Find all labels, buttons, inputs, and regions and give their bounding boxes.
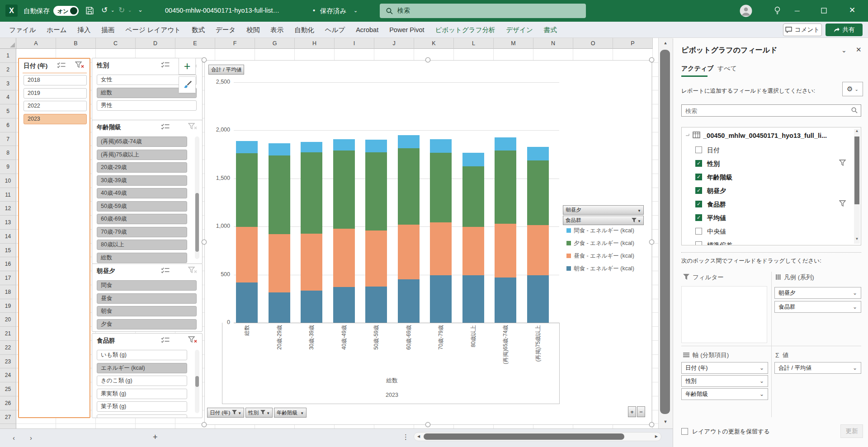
row-header-7[interactable]: 7 [0,132,16,146]
row-header-6[interactable]: 6 [0,118,16,132]
slicer-日付 (年)[interactable]: 日付 (年)2018201920222023 [18,58,90,418]
ribbon-tab[interactable]: デザイン [500,22,538,38]
bar-segment[interactable] [495,278,516,323]
ribbon-tab[interactable]: 自動化 [289,22,320,38]
row-header-14[interactable]: 14 [0,230,16,244]
hscroll-thumb[interactable] [424,433,624,440]
bar-segment[interactable] [269,292,290,323]
clear-filter-icon[interactable] [188,267,199,275]
slicer-item[interactable]: 総数 [97,253,187,263]
row-header-13[interactable]: 13 [0,216,16,230]
horizontal-scrollbar[interactable]: ◀ ▶ [414,432,661,441]
table-name[interactable]: _00450_mhlw_00450171_hyo13_full_li... [703,132,827,139]
slicer-item[interactable]: (再掲)65歳-74歳 [97,136,187,147]
row-header-11[interactable]: 11 [0,188,16,202]
column-header-A[interactable]: A [16,38,56,49]
bar-segment[interactable] [527,225,549,275]
row-header-5[interactable]: 5 [0,104,16,118]
field-label-標準偏差[interactable]: 標準偏差 [707,240,820,245]
legend-well-chip-食品群[interactable]: 食品群⌄ [774,301,861,313]
column-header-B[interactable]: B [56,38,96,49]
vscroll-down-icon[interactable]: ▼ [661,419,670,426]
ribbon-tab[interactable]: ファイル [4,22,41,38]
slicer-item[interactable]: 夕食 [97,319,197,329]
chart-selection-handle[interactable] [202,240,207,245]
row-header-25[interactable]: 25 [0,382,16,396]
column-header-L[interactable]: L [454,38,494,49]
bar-segment[interactable] [527,160,549,225]
field-checkbox-性別[interactable]: ✓ [695,160,702,167]
chart-selection-handle[interactable] [649,240,654,245]
bar-segment[interactable] [462,153,484,166]
field-checkbox-食品群[interactable]: ✓ [695,201,702,207]
slicer-item[interactable] [97,414,187,419]
bar-segment[interactable] [236,153,258,227]
bar-segment[interactable] [269,155,290,234]
field-label-性別[interactable]: 性別 [707,159,820,168]
chart-selection-handle[interactable] [425,57,430,62]
field-checkbox-標準偏差[interactable] [695,241,702,245]
axis-well-chip-性別[interactable]: 性別⌄ [681,375,768,387]
slicer-item[interactable]: 2018 [24,75,87,85]
row-header-18[interactable]: 18 [0,285,16,299]
slicer-item[interactable]: 80歳以上 [97,240,187,250]
legend-field-button-食品群[interactable]: 食品群▼ [563,216,644,225]
field-label-平均値[interactable]: 平均値 [707,213,820,222]
ribbon-tab[interactable]: ピボットグラフ分析 [430,22,501,38]
bar-segment[interactable] [333,287,355,323]
slicer-item[interactable]: 朝食 [97,306,197,316]
add-sheet-button[interactable]: + [153,433,158,442]
column-header-D[interactable]: D [136,38,175,49]
bar-segment[interactable] [269,143,290,155]
expand-fields-button[interactable]: + [628,406,636,417]
bar-segment[interactable] [301,234,322,291]
slicer-scroll-thumb[interactable] [195,193,199,252]
bar-segment[interactable] [527,275,549,323]
tree-collapse-icon[interactable] [685,132,690,140]
field-checkbox-平均値[interactable]: ✓ [695,214,702,221]
bar-segment[interactable] [495,137,516,151]
collapse-fields-button[interactable]: − [637,406,645,417]
field-checkbox-年齢階級[interactable]: ✓ [695,174,702,180]
bar-segment[interactable] [462,275,484,323]
ribbon-tab[interactable]: 書式 [538,22,562,38]
chip-chevron-icon[interactable]: ⌄ [760,365,764,371]
close-window-button[interactable]: ✕ [849,6,855,15]
pane-close-icon[interactable]: ✕ [856,46,862,54]
ribbon-tab[interactable]: データ [210,22,241,38]
bar-segment[interactable] [301,291,322,323]
clear-filter-icon[interactable] [188,123,199,131]
row-header-10[interactable]: 10 [0,174,16,188]
bar-segment[interactable] [365,287,387,323]
field-label-朝昼夕[interactable]: 朝昼夕 [707,186,820,195]
axis-field-button-年齢階級[interactable]: 年齢階級▼ [274,408,307,418]
ribbon-tab[interactable]: 数式 [186,22,210,38]
document-title[interactable]: 00450-mhlw-00450171-hyo13-full-list… [165,7,279,14]
chart-selection-handle[interactable] [202,57,207,62]
field-label-中央値[interactable]: 中央値 [707,227,820,236]
row-header-1[interactable]: 1 [0,49,16,63]
axis-field-button-日付 (年)[interactable]: 日付 (年)▼ [207,408,244,418]
bar-segment[interactable] [430,222,452,276]
save-icon[interactable] [85,6,94,17]
field-label-食品群[interactable]: 食品群 [707,200,820,209]
slicer-item[interactable]: 50歳-59歳 [97,201,187,212]
field-checkbox-中央値[interactable] [695,228,702,235]
ribbon-tab[interactable]: ページ レイアウト [120,22,186,38]
tools-gear-button[interactable]: ⚙ ⌄ [842,82,863,96]
row-header-9[interactable]: 9 [0,160,16,174]
tabbar-splitter-icon[interactable]: ⋮ [402,433,409,441]
chip-chevron-icon[interactable]: ⌄ [760,378,764,384]
field-checkbox-朝昼夕[interactable]: ✓ [695,187,702,194]
lightbulb-icon[interactable] [774,6,781,17]
value-field-button[interactable]: 合計 / 平均値 [208,65,244,75]
slicer-年齢階級[interactable]: 年齢階級(再掲)65歳-74歳(再掲)75歳以上20歳-29歳30歳-39歳40… [92,120,203,264]
autosave-toggle[interactable]: オン [53,6,79,16]
vscroll-up-icon[interactable]: ▲ [661,41,670,47]
row-header-8[interactable]: 8 [0,146,16,160]
bar-segment[interactable] [301,142,322,152]
saved-status[interactable]: 保存済み [320,7,346,15]
account-avatar[interactable] [740,5,752,19]
saved-status-chevron-icon[interactable]: ⌄ [354,8,358,14]
bar-segment[interactable] [236,141,258,153]
